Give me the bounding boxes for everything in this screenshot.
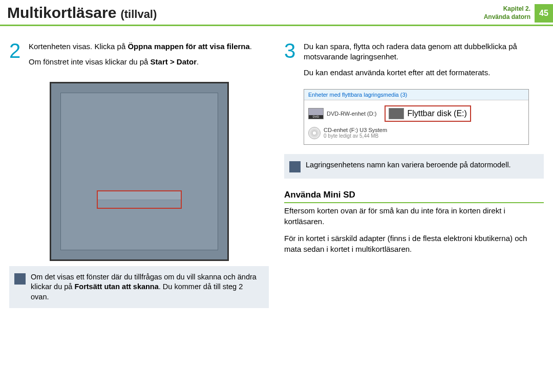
devices-panel: Enheter med flyttbara lagringsmedia (3) … bbox=[304, 89, 529, 145]
device-cd-text: CD-enhet (F:) U3 System 0 byte ledigt av… bbox=[324, 127, 387, 139]
devices-panel-header: Enheter med flyttbara lagringsmedia (3) bbox=[304, 90, 528, 100]
device-removable-highlight: Flyttbar disk (E:) bbox=[385, 105, 471, 122]
chapter-line1: Kapitel 2. bbox=[484, 5, 530, 13]
note-icon bbox=[14, 273, 26, 285]
devices-panel-body: DVD-RW-enhet (D:) Flyttbar disk (E:) CD-… bbox=[304, 100, 528, 144]
device-dvd-label: DVD-RW-enhet (D:) bbox=[327, 111, 376, 117]
step-3-body: Du kan spara, flytta och radera data gen… bbox=[304, 41, 544, 83]
card-reader-slot-highlight bbox=[97, 190, 182, 209]
dvd-drive-icon bbox=[308, 108, 324, 119]
chapter-line2: Använda datorn bbox=[484, 13, 530, 21]
title-sub: (tillval) bbox=[120, 8, 157, 21]
page-header: Multikortläsare (tillval) Kapitel 2. Anv… bbox=[0, 0, 553, 26]
note-box-left: Om det visas ett fönster där du tillfråg… bbox=[9, 266, 269, 309]
device-cd-sublabel: 0 byte ledigt av 5,44 MB bbox=[324, 133, 387, 139]
note-icon bbox=[289, 161, 301, 172]
content-columns: 2 Kortenheten visas. Klicka på Öppna map… bbox=[0, 26, 553, 308]
title-main: Multikortläsare bbox=[7, 4, 116, 21]
step-2-body: Kortenheten visas. Klicka på Öppna mappe… bbox=[29, 41, 252, 73]
card-reader-illustration bbox=[50, 82, 229, 261]
step-3: 3 Du kan spara, flytta och radera data g… bbox=[284, 41, 544, 83]
step-3-para1: Du kan spara, flytta och radera data gen… bbox=[304, 41, 544, 62]
device-cd: CD-enhet (F:) U3 System 0 byte ledigt av… bbox=[308, 127, 524, 139]
device-cd-label: CD-enhet (F:) U3 System bbox=[324, 127, 387, 133]
removable-disk-icon bbox=[389, 108, 404, 119]
note-text-right: Lagringsenhetens namn kan variera beroen… bbox=[306, 160, 511, 172]
section-title-minisd: Använda Mini SD bbox=[284, 190, 544, 203]
device-removable-label: Flyttbar disk (E:) bbox=[407, 109, 466, 118]
note-box-right: Lagringsenhetens namn kan variera beroen… bbox=[284, 154, 544, 179]
card-reader-inner bbox=[60, 93, 218, 250]
note-text-left: Om det visas ett fönster där du tillfråg… bbox=[31, 272, 262, 302]
right-column: 3 Du kan spara, flytta och radera data g… bbox=[284, 41, 544, 308]
step-2-para2: Om fönstret inte visas klickar du på Sta… bbox=[29, 57, 252, 67]
step-3-para2: Du kan endast använda kortet efter att d… bbox=[304, 68, 544, 78]
cd-drive-icon bbox=[308, 127, 321, 139]
step-2-para1: Kortenheten visas. Klicka på Öppna mappe… bbox=[29, 41, 252, 52]
page-number-badge: 45 bbox=[535, 4, 553, 23]
header-right: Kapitel 2. Använda datorn 45 bbox=[484, 4, 553, 23]
minisd-para1: Eftersom korten ovan är för små kan du i… bbox=[284, 205, 544, 227]
step-2: 2 Kortenheten visas. Klicka på Öppna map… bbox=[9, 41, 269, 73]
device-dvd: DVD-RW-enhet (D:) bbox=[308, 105, 376, 122]
step-number-3: 3 bbox=[284, 41, 299, 83]
minisd-para2: För in kortet i särskild adapter (finns … bbox=[284, 233, 544, 254]
left-column: 2 Kortenheten visas. Klicka på Öppna map… bbox=[9, 41, 269, 308]
chapter-info: Kapitel 2. Använda datorn bbox=[484, 5, 530, 21]
step-number-2: 2 bbox=[9, 41, 24, 73]
title-block: Multikortläsare (tillval) bbox=[7, 4, 157, 21]
